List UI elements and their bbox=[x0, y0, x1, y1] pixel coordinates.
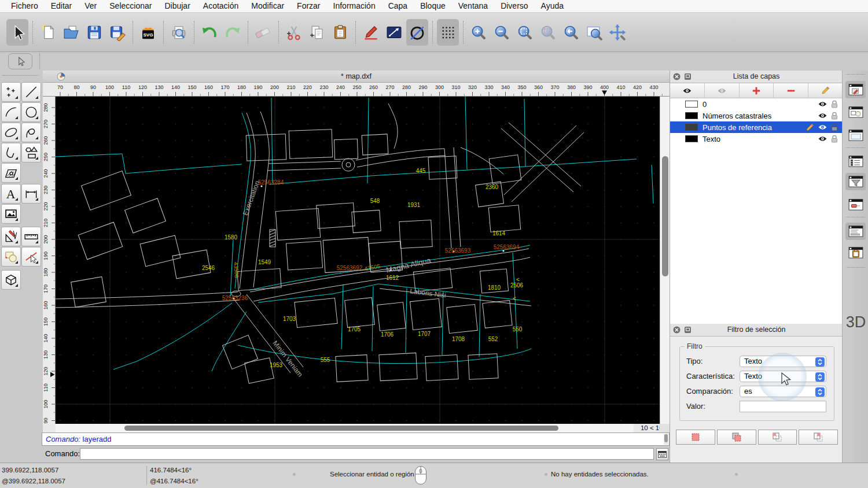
vertical-scrollbar[interactable] bbox=[660, 97, 670, 424]
solid-tool-button[interactable] bbox=[1, 270, 21, 290]
command-input[interactable] bbox=[80, 448, 654, 460]
points-tool-button[interactable] bbox=[1, 82, 21, 102]
add-layer-button[interactable] bbox=[740, 83, 774, 98]
image-tool-button[interactable] bbox=[1, 204, 21, 224]
filter-valor-input[interactable] bbox=[740, 401, 826, 412]
layer-row-números-catastrales[interactable]: Números catastrales bbox=[670, 110, 843, 121]
filter-intersect-button[interactable] bbox=[799, 430, 838, 445]
redo-button[interactable] bbox=[222, 19, 244, 46]
remove-layer-button[interactable] bbox=[774, 83, 808, 98]
keyboard-button[interactable] bbox=[656, 448, 668, 460]
grid-toggle-button[interactable] bbox=[437, 19, 459, 46]
layer-list-dock-button[interactable] bbox=[845, 153, 866, 170]
dimension-tool-button[interactable] bbox=[21, 184, 41, 204]
eye-icon[interactable] bbox=[818, 101, 827, 108]
lock-icon[interactable] bbox=[831, 135, 838, 143]
draw-edit-button[interactable] bbox=[360, 19, 382, 46]
text-tool-button[interactable]: A bbox=[1, 184, 21, 204]
print-preview-button[interactable] bbox=[168, 19, 190, 46]
eye-icon[interactable] bbox=[818, 112, 827, 119]
menu-acotación[interactable]: Acotación bbox=[197, 0, 245, 12]
filter-add-button[interactable] bbox=[717, 430, 756, 445]
filter-remove-button[interactable] bbox=[758, 430, 797, 445]
save-as-button[interactable] bbox=[106, 19, 128, 46]
eye-icon[interactable] bbox=[818, 124, 827, 131]
lock-icon[interactable] bbox=[831, 100, 838, 108]
hide-all-layers-button[interactable] bbox=[705, 83, 740, 98]
menu-ventana[interactable]: Ventana bbox=[452, 0, 494, 12]
menu-dibujar[interactable]: Dibujar bbox=[158, 0, 196, 12]
selection-filter-dock-button[interactable] bbox=[845, 173, 866, 190]
eraser-button[interactable] bbox=[252, 19, 274, 46]
cut-button[interactable] bbox=[283, 19, 305, 46]
command-history-scrollbar[interactable] bbox=[664, 434, 668, 445]
drawing-canvas[interactable]: 4452360548193152563284161415805256369352… bbox=[56, 97, 660, 424]
deselect-tool-button[interactable] bbox=[21, 247, 41, 267]
zoom-auto-button[interactable] bbox=[514, 19, 536, 46]
line-tool-button[interactable] bbox=[21, 82, 41, 102]
close-icon[interactable] bbox=[673, 326, 681, 334]
clipboard-viewer-dock-button[interactable] bbox=[845, 244, 866, 261]
open-file-button[interactable] bbox=[60, 19, 82, 46]
new-file-button[interactable] bbox=[37, 19, 59, 46]
circle-tool-button[interactable] bbox=[21, 102, 41, 122]
menu-ver[interactable]: Ver bbox=[78, 0, 103, 12]
3d-dock-label[interactable]: 3D bbox=[845, 313, 867, 331]
arc-tool-button[interactable] bbox=[1, 102, 21, 122]
block-list-dock-button[interactable] bbox=[845, 103, 866, 121]
measure-tool-button[interactable] bbox=[21, 227, 41, 246]
horizontal-scrollbar[interactable] bbox=[56, 424, 634, 432]
eye-icon[interactable] bbox=[818, 135, 827, 142]
float-panel-icon[interactable] bbox=[684, 73, 692, 80]
command-line-dock-button[interactable] bbox=[845, 223, 866, 240]
eye-icon[interactable] bbox=[682, 87, 692, 94]
ellipse-tool-button[interactable] bbox=[1, 123, 21, 142]
lock-icon[interactable] bbox=[831, 112, 838, 120]
menu-forzar[interactable]: Forzar bbox=[290, 0, 326, 12]
polyline-tool-button[interactable] bbox=[1, 143, 21, 162]
zoom-window-button[interactable] bbox=[583, 19, 605, 46]
zoom-selection-button[interactable] bbox=[537, 19, 559, 46]
edit-layer-button[interactable] bbox=[808, 83, 843, 98]
layer-row-texto[interactable]: Texto bbox=[670, 133, 843, 145]
pointer-tool-button[interactable] bbox=[8, 53, 32, 69]
blueprint-button[interactable] bbox=[383, 19, 405, 46]
menu-diverso[interactable]: Diverso bbox=[494, 0, 534, 12]
selection-tool-button[interactable] bbox=[1, 247, 21, 267]
menu-modificar[interactable]: Modificar bbox=[245, 0, 290, 12]
select-button[interactable] bbox=[6, 19, 28, 46]
zoom-previous-button[interactable] bbox=[560, 19, 582, 46]
modify-tool-button[interactable] bbox=[1, 227, 21, 246]
spline-tool-button[interactable] bbox=[21, 123, 41, 142]
menu-fichero[interactable]: Fichero bbox=[5, 0, 45, 12]
undo-button[interactable] bbox=[198, 19, 220, 46]
zoom-in-button[interactable] bbox=[468, 19, 490, 46]
eye-icon[interactable] bbox=[717, 87, 727, 94]
hatch-tool-button[interactable] bbox=[1, 163, 21, 183]
svg-export-button[interactable]: SVG bbox=[137, 19, 159, 46]
zoom-out-button[interactable] bbox=[491, 19, 513, 46]
menu-seleccionar[interactable]: Seleccionar bbox=[103, 0, 158, 12]
show-all-layers-button[interactable] bbox=[670, 83, 705, 98]
float-panel-icon[interactable] bbox=[684, 326, 692, 334]
paste-button[interactable] bbox=[329, 19, 351, 46]
lock-icon[interactable] bbox=[831, 123, 838, 131]
draw-circle-slash-button[interactable] bbox=[406, 19, 428, 46]
library-browser-dock-button[interactable] bbox=[845, 127, 866, 144]
menu-información[interactable]: Información bbox=[327, 0, 382, 12]
menu-ayuda[interactable]: Ayuda bbox=[535, 0, 570, 12]
close-icon[interactable] bbox=[673, 73, 681, 80]
save-button[interactable] bbox=[83, 19, 105, 46]
toolbar-options-dock-button[interactable] bbox=[845, 196, 866, 213]
layer-row-0[interactable]: 0 bbox=[670, 98, 843, 110]
property-editor-dock-button[interactable] bbox=[845, 81, 866, 98]
menu-editar[interactable]: Editar bbox=[45, 0, 79, 12]
shapes-tool-button[interactable] bbox=[21, 143, 41, 162]
filter-select-button[interactable] bbox=[676, 430, 715, 445]
pan-view-button[interactable] bbox=[606, 19, 628, 46]
menu-capa[interactable]: Capa bbox=[382, 0, 414, 12]
layer-row-puntos-de-referencia[interactable]: Puntos de referencia bbox=[670, 121, 843, 133]
copy-button[interactable] bbox=[306, 19, 328, 46]
menu-bloque[interactable]: Bloque bbox=[414, 0, 452, 12]
horizontal-scrollbar-thumb[interactable] bbox=[124, 426, 558, 431]
